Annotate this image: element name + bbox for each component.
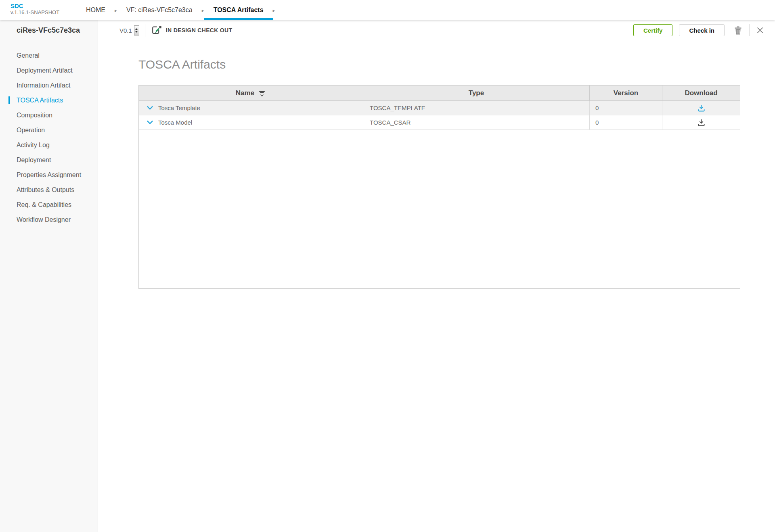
sidebar-item-deployment[interactable]: Deployment [0, 152, 98, 167]
artifact-name: Tosca Model [158, 119, 192, 126]
sidebar-item-general[interactable]: General [0, 48, 98, 63]
breadcrumb-vf[interactable]: VF: ciRes-VFc5c7e3ca [117, 0, 202, 20]
sidebar-item-information-artifact[interactable]: Information Artifact [0, 78, 98, 93]
toolbar: V0.1 IN DESIGN CHECK OUT Certify Check i… [98, 20, 775, 41]
table-empty-area [139, 130, 740, 288]
download-button[interactable] [697, 118, 706, 127]
expand-row-button[interactable] [147, 121, 153, 125]
sidebar-item-workflow-designer[interactable]: Workflow Designer [0, 212, 98, 227]
artifact-name: Tosca Template [158, 104, 200, 111]
breadcrumb-separator-icon: ▸ [273, 0, 275, 20]
spinner-down-icon [135, 31, 138, 33]
trash-icon [734, 26, 742, 35]
main-row: ciRes-VFc5c7e3ca General Deployment Arti… [0, 20, 775, 532]
artifact-type: TOSCA_CSAR [363, 115, 590, 129]
column-header-type[interactable]: Type [363, 86, 590, 100]
column-header-name[interactable]: Name [139, 86, 363, 100]
sidebar-item-deployment-artifact[interactable]: Deployment Artifact [0, 63, 98, 78]
tosca-artifacts-page: TOSCA Artifacts Name Type Version [98, 41, 775, 289]
version-spinner[interactable] [134, 25, 139, 35]
page-title: TOSCA Artifacts [138, 58, 740, 71]
sort-descending-icon [258, 90, 266, 97]
expand-row-button[interactable] [147, 106, 153, 110]
top-bar: SDC v.1.16.1-SNAPSHOT HOME ▸ VF: ciRes-V… [0, 0, 775, 20]
app-logo[interactable]: SDC v.1.16.1-SNAPSHOT [0, 0, 77, 20]
sidebar-item-attributes-outputs[interactable]: Attributes & Outputs [0, 182, 98, 197]
sidebar-menu: General Deployment Artifact Information … [0, 41, 98, 227]
toolbar-divider [145, 24, 145, 37]
download-button[interactable] [697, 104, 706, 113]
spinner-up-icon [135, 28, 138, 30]
sidebar-item-operation[interactable]: Operation [0, 123, 98, 138]
artifact-version: 0 [590, 101, 662, 115]
artifact-version: 0 [590, 115, 662, 129]
sidebar-item-tosca-artifacts[interactable]: TOSCA Artifacts [0, 93, 98, 108]
breadcrumb-tosca-artifacts-active[interactable]: TOSCA Artifacts [204, 0, 273, 20]
toolbar-actions: Certify Check in [633, 24, 765, 36]
content-area: V0.1 IN DESIGN CHECK OUT Certify Check i… [98, 20, 775, 532]
certify-button[interactable]: Certify [633, 24, 673, 36]
app-version: v.1.16.1-SNAPSHOT [10, 9, 77, 15]
sidebar-resource-title: ciRes-VFc5c7e3ca [0, 20, 98, 41]
table-row-tosca-template: Tosca Template TOSCA_TEMPLATE 0 [139, 101, 740, 115]
check-in-button[interactable]: Check in [679, 24, 725, 36]
breadcrumb: HOME ▸ VF: ciRes-VFc5c7e3ca ▸ TOSCA Arti… [77, 0, 275, 20]
table-header: Name Type Version Download [139, 86, 740, 101]
toolbar-divider [749, 24, 750, 36]
sidebar: ciRes-VFc5c7e3ca General Deployment Arti… [0, 20, 98, 532]
sidebar-item-activity-log[interactable]: Activity Log [0, 138, 98, 152]
sidebar-item-properties-assignment[interactable]: Properties Assignment [0, 167, 98, 182]
lifecycle-state-label: IN DESIGN CHECK OUT [166, 27, 232, 33]
artifact-type: TOSCA_TEMPLATE [363, 101, 590, 115]
close-icon [757, 27, 763, 33]
version-selector[interactable]: V0.1 [119, 27, 132, 34]
download-icon [698, 119, 705, 126]
tosca-artifacts-table: Name Type Version Download [138, 85, 740, 289]
edit-icon [151, 25, 162, 35]
column-header-version[interactable]: Version [590, 86, 662, 100]
table-row-tosca-model: Tosca Model TOSCA_CSAR 0 [139, 115, 740, 130]
column-header-download[interactable]: Download [662, 86, 740, 100]
sidebar-item-req-capabilities[interactable]: Req. & Capabilities [0, 197, 98, 212]
chevron-down-icon [147, 121, 153, 125]
breadcrumb-home[interactable]: HOME [77, 0, 115, 20]
download-icon [698, 104, 705, 112]
app-name: SDC [10, 3, 77, 9]
sidebar-item-composition[interactable]: Composition [0, 108, 98, 123]
chevron-down-icon [147, 106, 153, 110]
delete-button[interactable] [733, 25, 744, 36]
close-button[interactable] [755, 25, 765, 35]
